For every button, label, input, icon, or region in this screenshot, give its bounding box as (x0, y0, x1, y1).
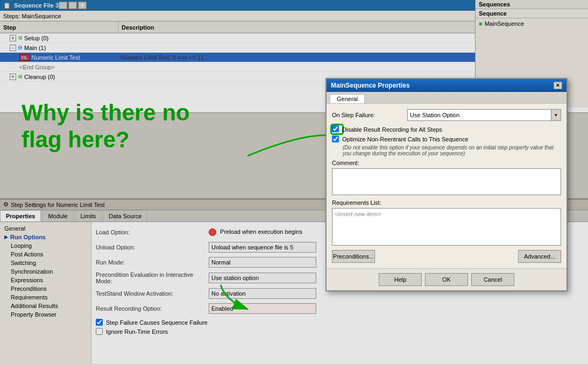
dialog-body: On Step Failure: Use Station Option ▾ Di… (327, 104, 566, 268)
comment-label: Comment: (332, 160, 561, 166)
optimize-note: (Do not enable this option if your seque… (343, 145, 561, 156)
advanced-button[interactable]: Advanced... (518, 250, 561, 263)
dialog-middle-buttons: Preconditions... Advanced... (332, 250, 561, 263)
help-button[interactable]: Help (379, 273, 422, 286)
requirements-label: Requirements List: (332, 199, 561, 206)
dialog-title-bar: MainSequence Properties ✕ (327, 79, 566, 92)
ok-button[interactable]: OK (425, 273, 468, 286)
requirements-box[interactable]: <insert new item> (332, 208, 561, 246)
on-step-failure-value: Use Station Option (408, 112, 551, 118)
dialog-tab-general[interactable]: General (330, 94, 365, 103)
dialog-footer: Help OK Cancel (327, 268, 566, 290)
requirements-placeholder: <insert new item> (335, 211, 381, 217)
preconditions-button[interactable]: Preconditions... (332, 250, 375, 263)
dialog-title-buttons: ✕ (554, 82, 562, 89)
checkbox-disable-recording-label: Disable Result Recording for All Steps (342, 126, 442, 133)
checkbox-disable-highlight (332, 125, 342, 133)
dialog-field-on-step-failure: On Step Failure: Use Station Option ▾ (332, 109, 561, 121)
on-step-failure-label: On Step Failure: (332, 112, 407, 118)
cancel-button[interactable]: Cancel (471, 273, 514, 286)
dialog-title-text: MainSequence Properties (331, 82, 410, 89)
main-window: 📋 Sequence File 3 _ □ ✕ Steps: MainSeque… (0, 0, 588, 365)
on-step-failure-select[interactable]: Use Station Option ▾ (407, 109, 561, 121)
comment-textarea[interactable] (332, 168, 561, 195)
checkbox-optimize-label: Optimize Non-Reentrant Calls to This Seq… (342, 136, 469, 142)
main-sequence-properties-dialog: MainSequence Properties ✕ General On Ste… (325, 78, 568, 291)
dialog-close-button[interactable]: ✕ (554, 82, 562, 89)
dialog-checkbox-optimize: Optimize Non-Reentrant Calls to This Seq… (332, 135, 561, 142)
dialog-checkbox-disable-recording: Disable Result Recording for All Steps (332, 125, 561, 133)
on-step-failure-dropdown-arrow[interactable]: ▾ (551, 110, 561, 120)
checkbox-disable-recording-input[interactable] (332, 125, 339, 132)
checkbox-optimize-input[interactable] (332, 135, 339, 142)
dialog-tabs: General (327, 92, 566, 104)
